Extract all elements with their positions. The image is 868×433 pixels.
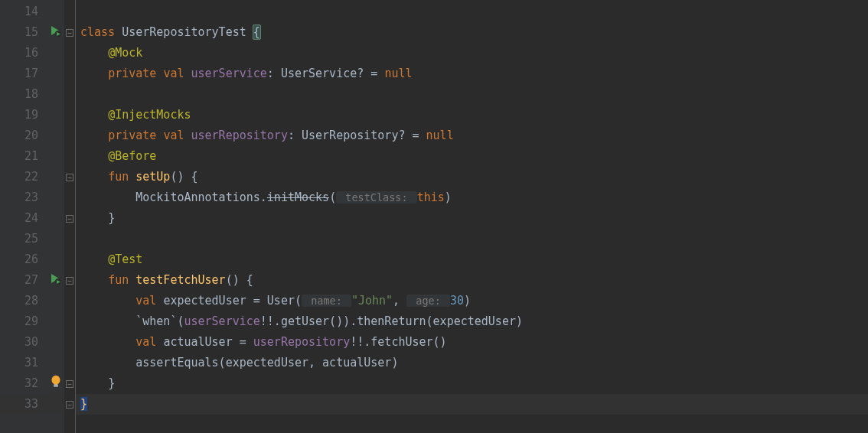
line-number[interactable]: 23	[0, 187, 46, 208]
line-number[interactable]: 27	[0, 270, 46, 291]
code-line[interactable]: `when`(userService!!.getUser()).thenRetu…	[76, 311, 868, 332]
run-test-method-icon[interactable]	[49, 272, 61, 285]
line-number[interactable]: 14	[0, 2, 46, 22]
line-number[interactable]: 16	[0, 43, 46, 63]
svg-rect-8	[54, 386, 58, 386]
code-line[interactable]: val actualUser = userRepository!!.fetchU…	[76, 332, 868, 353]
code-line[interactable]: fun testFetchUser() {	[76, 270, 868, 291]
code-line[interactable]: val expectedUser = User( name: "John", a…	[76, 291, 868, 311]
line-number[interactable]: 21	[0, 146, 46, 167]
parameter-hint: name:	[302, 295, 351, 307]
svg-point-6	[51, 376, 60, 385]
fold-toggle-icon[interactable]	[66, 174, 73, 181]
fold-toggle-icon[interactable]	[66, 380, 73, 388]
code-line[interactable]: class UserRepositoryTest {	[76, 22, 868, 43]
code-line[interactable]: private val userService: UserService? = …	[76, 63, 868, 84]
code-line[interactable]: }	[76, 394, 868, 415]
line-number[interactable]: 24	[0, 208, 46, 229]
line-number[interactable]: 15	[0, 22, 46, 43]
run-test-class-icon[interactable]	[49, 24, 61, 37]
fold-toggle-icon[interactable]	[66, 29, 73, 37]
line-number[interactable]: 25	[0, 229, 46, 249]
code-line[interactable]: @Mock	[76, 43, 868, 63]
code-line[interactable]	[76, 229, 868, 249]
code-line[interactable]: @Before	[76, 146, 868, 167]
code-line[interactable]: MockitoAnnotations.initMocks( testClass:…	[76, 187, 868, 208]
line-number[interactable]: 20	[0, 125, 46, 146]
icon-gutter	[46, 0, 64, 433]
line-number[interactable]: 19	[0, 105, 46, 125]
code-line[interactable]: fun setUp() {	[76, 167, 868, 187]
line-number[interactable]: 32	[0, 373, 46, 394]
code-editor: 14 15 16 17 18 19 20 21 22 23 24 25 26 2…	[0, 0, 868, 433]
code-line[interactable]	[76, 2, 868, 22]
parameter-hint: age:	[406, 295, 450, 307]
fold-strip	[64, 0, 75, 433]
line-number[interactable]: 17	[0, 63, 46, 84]
code-line[interactable]: @Test	[76, 249, 868, 270]
code-line[interactable]: @InjectMocks	[76, 105, 868, 125]
line-number[interactable]: 22	[0, 167, 46, 187]
fold-toggle-icon[interactable]	[66, 215, 73, 223]
line-number[interactable]: 18	[0, 84, 46, 105]
line-number[interactable]: 33	[0, 394, 46, 415]
code-line[interactable]	[76, 84, 868, 105]
intention-bulb-icon[interactable]	[49, 374, 63, 389]
code-line[interactable]: assertEquals(expectedUser, actualUser)	[76, 353, 868, 373]
fold-toggle-icon[interactable]	[66, 277, 73, 285]
line-number[interactable]: 28	[0, 291, 46, 311]
code-text-area[interactable]: class UserRepositoryTest { @Mock private…	[75, 0, 868, 433]
fold-toggle-icon[interactable]	[66, 401, 73, 409]
line-number-gutter[interactable]: 14 15 16 17 18 19 20 21 22 23 24 25 26 2…	[0, 0, 46, 433]
code-line[interactable]: private val userRepository: UserReposito…	[76, 125, 868, 146]
code-line[interactable]: }	[76, 208, 868, 229]
code-line[interactable]: }	[76, 373, 868, 394]
line-number[interactable]: 26	[0, 249, 46, 270]
parameter-hint: testClass:	[336, 191, 417, 203]
line-number[interactable]: 30	[0, 332, 46, 353]
line-number[interactable]: 29	[0, 311, 46, 332]
line-number[interactable]: 31	[0, 353, 46, 373]
